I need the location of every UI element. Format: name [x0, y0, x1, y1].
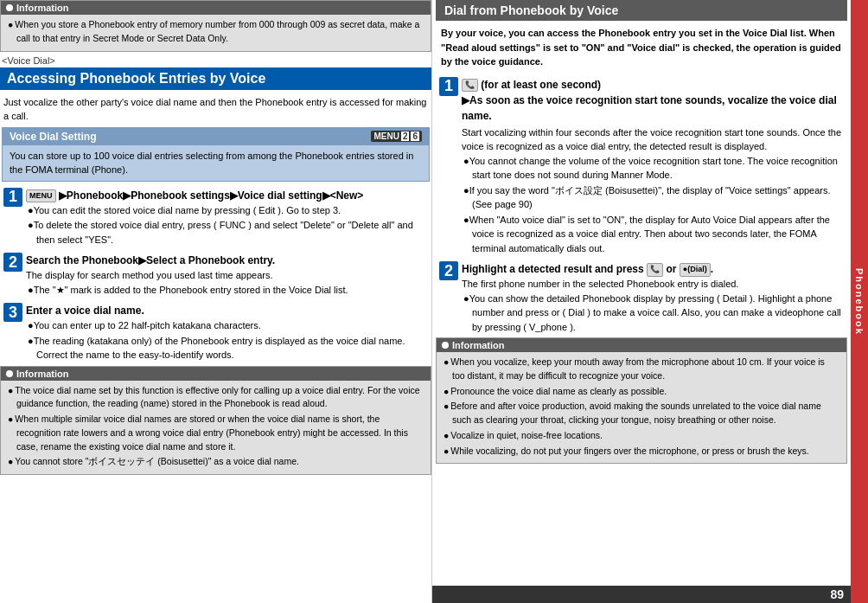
- top-info-header: Information: [1, 1, 431, 15]
- top-info-line-1: When you store a Phonebook entry of memo…: [8, 18, 424, 46]
- right-info-title: Information: [452, 340, 505, 350]
- setting-box-title: Voice Dial Setting: [10, 131, 96, 143]
- right-step1-sub: Start vocalizing within four seconds aft…: [462, 125, 844, 154]
- step1-title-text: ▶Phonebook▶Phonebook settings▶Voice dial…: [59, 189, 364, 202]
- menu-icon: MENU: [26, 189, 56, 203]
- bottom-info-line-2: When multiple similar voice dial names a…: [8, 413, 424, 453]
- right-step1-title: 📞 (for at least one second)▶As soon as t…: [462, 77, 844, 124]
- dial-intro: By your voice, you can access the Phoneb…: [436, 24, 847, 74]
- step3-bullet2: ●The reading (katakana only) of the Phon…: [26, 334, 428, 362]
- step3-bullet1: ●You can enter up to 22 half-pitch katak…: [26, 318, 428, 333]
- right-step2-content: Highlight a detected result and press 📞 …: [462, 261, 844, 335]
- step3-num: 3: [3, 303, 22, 322]
- right-content: Dial from Phonebook by Voice By your voi…: [432, 0, 851, 586]
- step1-content: MENU ▶Phonebook▶Phonebook settings▶Voice…: [26, 188, 428, 248]
- page-number: 89: [432, 586, 851, 603]
- right-info-box: Information When you vocalize, keep your…: [436, 337, 847, 464]
- dial-header: Dial from Phonebook by Voice: [436, 0, 847, 21]
- right-step1-bullet3: ●When "Auto voice dial" is set to "ON", …: [462, 213, 844, 256]
- section-title-bar: Accessing Phonebook Entries by Voice: [0, 67, 431, 90]
- dial-intro-text: By your voice, you can access the Phoneb…: [441, 28, 841, 67]
- right-info-header: Information: [437, 338, 846, 352]
- step3-title: Enter a voice dial name.: [26, 303, 428, 318]
- voice-dial-label: <Voice Dial>: [0, 52, 431, 67]
- step1-title: MENU ▶Phonebook▶Phonebook settings▶Voice…: [26, 188, 428, 203]
- right-info-line-1: When you vocalize, keep your mouth away …: [444, 356, 839, 383]
- left-column: Information When you store a Phonebook e…: [0, 0, 432, 603]
- menu-label: MENU: [373, 132, 399, 141]
- right-step1-num: 1: [439, 77, 458, 96]
- right-info-line-5: While vocalizing, do not put your finger…: [444, 445, 839, 459]
- step3-container: 3 Enter a voice dial name. ●You can ente…: [0, 300, 431, 366]
- bottom-info-content: The voice dial name set by this function…: [1, 381, 431, 475]
- step2-title: Search the Phonebook▶Select a Phonebook …: [26, 253, 428, 268]
- right-step2-num: 2: [439, 261, 458, 280]
- setting-box-header: Voice Dial Setting MENU 2 6: [3, 128, 429, 145]
- bottom-info-header: Information: [1, 367, 431, 381]
- step2-sub: The display for search method you used l…: [26, 268, 428, 283]
- right-column: Dial from Phonebook by Voice By your voi…: [432, 0, 868, 603]
- right-step2-title: Highlight a detected result and press 📞 …: [462, 261, 844, 277]
- right-main: Dial from Phonebook by Voice By your voi…: [432, 0, 851, 603]
- bottom-info-line-3: You cannot store "ボイスセッテイ (Boisusettei)"…: [8, 455, 424, 469]
- right-step1-bullet2: ●If you say the word "ボイス設定 (Boisusettei…: [462, 183, 844, 212]
- menu-num2: 6: [411, 132, 419, 141]
- right-step2-container: 2 Highlight a detected result and press …: [436, 259, 847, 337]
- top-info-box: Information When you store a Phonebook e…: [0, 0, 431, 52]
- right-info-line-2: Pronounce the voice dial name as clearly…: [444, 385, 839, 399]
- phonebook-vertical-label: Phonebook: [851, 0, 868, 603]
- setting-box: Voice Dial Setting MENU 2 6 You can stor…: [2, 127, 430, 182]
- bottom-info-box: Information The voice dial name set by t…: [0, 366, 431, 476]
- right-info-line-4: Vocalize in quiet, noise-free locations.: [444, 429, 839, 443]
- right-info-line-3: Before and after voice production, avoid…: [444, 400, 839, 427]
- step1-container: 1 MENU ▶Phonebook▶Phonebook settings▶Voi…: [0, 185, 431, 251]
- right-inner: Dial from Phonebook by Voice By your voi…: [432, 0, 868, 603]
- right-step1-container: 1 📞 (for at least one second)▶As soon as…: [436, 74, 847, 260]
- step2-container: 2 Search the Phonebook▶Select a Phoneboo…: [0, 250, 431, 300]
- intro-text: Just vocalize the other party's voice di…: [0, 93, 431, 127]
- setting-box-content: You can store up to 100 voice dial entri…: [3, 145, 429, 181]
- dial-btn: ●(Dial): [680, 263, 711, 277]
- step1-bullet2: ●To delete the stored voice dial entry, …: [26, 218, 428, 247]
- top-info-title: Information: [16, 3, 69, 13]
- menu-num1: 2: [401, 132, 410, 141]
- step3-content: Enter a voice dial name. ●You can enter …: [26, 303, 428, 363]
- right-info-content: When you vocalize, keep your mouth away …: [437, 352, 846, 463]
- bottom-info-line-1: The voice dial name set by this function…: [8, 384, 424, 412]
- setting-box-menu: MENU 2 6: [371, 131, 422, 142]
- step2-num: 2: [3, 253, 22, 272]
- step2-content: Search the Phonebook▶Select a Phonebook …: [26, 253, 428, 298]
- step1-bullet1: ●You can edit the stored voice dial name…: [26, 203, 428, 218]
- right-step2-bullet1: ●You can show the detailed Phonebook dis…: [462, 292, 844, 335]
- right-step2-sub: The first phone number in the selected P…: [462, 277, 844, 292]
- phone-icon-inline: 📞: [462, 79, 478, 93]
- top-info-content: When you store a Phonebook entry of memo…: [1, 15, 431, 51]
- step1-num: 1: [3, 188, 22, 207]
- right-step1-content: 📞 (for at least one second)▶As soon as t…: [462, 77, 844, 257]
- call-btn: 📞: [647, 263, 663, 277]
- right-step1-bullet1: ●You cannot change the volume of the voi…: [462, 154, 844, 183]
- bottom-info-title: Information: [16, 369, 69, 379]
- step2-bullet1: ●The "★" mark is added to the Phonebook …: [26, 283, 428, 298]
- right-step1-title-text: (for at least one second)▶As soon as the…: [462, 79, 837, 122]
